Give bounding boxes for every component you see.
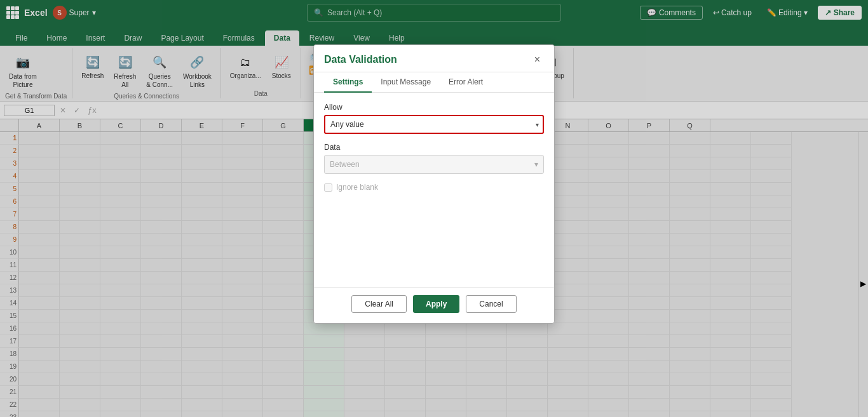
dialog-tabs: Settings Input Message Error Alert xyxy=(314,72,554,93)
dialog-tab-settings[interactable]: Settings xyxy=(324,72,372,93)
dialog-footer: Clear All Apply Cancel xyxy=(314,287,554,323)
allow-label: Allow xyxy=(324,103,544,112)
clear-all-button[interactable]: Clear All xyxy=(351,295,407,313)
dialog-title: Data Validation xyxy=(324,54,397,65)
ignore-blank-group: Ignore blank xyxy=(324,183,544,192)
cancel-button[interactable]: Cancel xyxy=(466,295,516,313)
allow-select-wrapper: Any value Whole number Decimal List Date… xyxy=(324,115,544,134)
data-validation-dialog: Data Validation × Settings Input Message… xyxy=(313,44,555,324)
dialog-header: Data Validation × xyxy=(314,45,554,72)
allow-group: Allow Any value Whole number Decimal Lis… xyxy=(324,103,544,134)
apply-button[interactable]: Apply xyxy=(413,295,459,313)
ignore-blank-row: Ignore blank xyxy=(324,183,544,192)
dialog-tab-input-message[interactable]: Input Message xyxy=(372,72,440,93)
dialog-close-button[interactable]: × xyxy=(531,53,544,67)
data-group: Data Between ▾ xyxy=(324,143,544,174)
dialog-overlay: Data Validation × Settings Input Message… xyxy=(0,0,868,417)
data-select-arrow-icon: ▾ xyxy=(534,160,538,169)
data-select-disabled: Between ▾ xyxy=(324,155,544,174)
ignore-blank-label: Ignore blank xyxy=(336,183,378,192)
allow-select[interactable]: Any value Whole number Decimal List Date… xyxy=(324,115,544,134)
dialog-body: Allow Any value Whole number Decimal Lis… xyxy=(314,93,554,287)
data-label: Data xyxy=(324,143,544,152)
dialog-empty-space xyxy=(324,201,544,277)
ignore-blank-checkbox[interactable] xyxy=(324,183,332,192)
dialog-tab-error-alert[interactable]: Error Alert xyxy=(440,72,492,93)
